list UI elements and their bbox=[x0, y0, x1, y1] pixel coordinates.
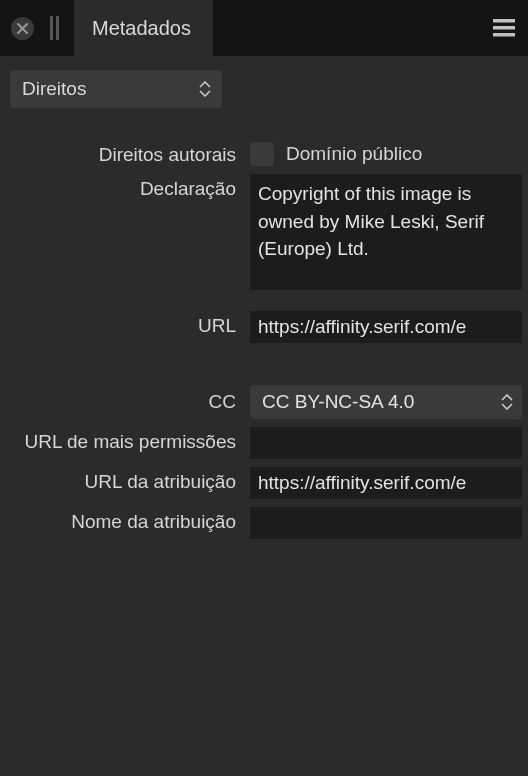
statement-textarea[interactable] bbox=[250, 174, 522, 290]
svg-rect-0 bbox=[493, 19, 515, 23]
label-attribution-url: URL da atribuição bbox=[0, 467, 250, 493]
label-url: URL bbox=[0, 311, 250, 337]
attribution-url-input[interactable] bbox=[250, 467, 522, 499]
label-cc: CC bbox=[0, 385, 250, 413]
label-more-perms-url: URL de mais permissões bbox=[0, 427, 250, 453]
updown-chevron-icon bbox=[500, 390, 514, 414]
svg-rect-2 bbox=[493, 33, 515, 37]
label-rights-author: Direitos autorais bbox=[0, 140, 250, 166]
url-input[interactable] bbox=[250, 311, 522, 343]
close-icon bbox=[17, 23, 28, 34]
panel-titlebar: Metadados bbox=[0, 0, 528, 56]
updown-chevron-icon bbox=[198, 77, 212, 101]
more-permissions-url-input[interactable] bbox=[250, 427, 522, 459]
label-statement: Declaração bbox=[0, 174, 250, 200]
metadata-section-dropdown[interactable]: Direitos bbox=[10, 70, 222, 108]
panel-menu-button[interactable] bbox=[480, 0, 528, 56]
cc-license-dropdown[interactable]: CC BY-NC-SA 4.0 bbox=[250, 385, 522, 419]
hamburger-icon bbox=[493, 19, 515, 37]
close-panel-button[interactable] bbox=[11, 17, 34, 40]
public-domain-label: Domínio público bbox=[286, 143, 422, 165]
metadata-section-selected: Direitos bbox=[22, 78, 198, 100]
panel-drag-grip[interactable] bbox=[50, 16, 59, 40]
attribution-name-input[interactable] bbox=[250, 507, 522, 539]
public-domain-checkbox[interactable] bbox=[250, 142, 274, 166]
label-attribution-name: Nome da atribuição bbox=[0, 507, 250, 533]
svg-rect-1 bbox=[493, 26, 515, 30]
tab-metadata[interactable]: Metadados bbox=[74, 0, 213, 56]
tab-label: Metadados bbox=[92, 17, 191, 40]
cc-license-selected: CC BY-NC-SA 4.0 bbox=[262, 391, 500, 413]
